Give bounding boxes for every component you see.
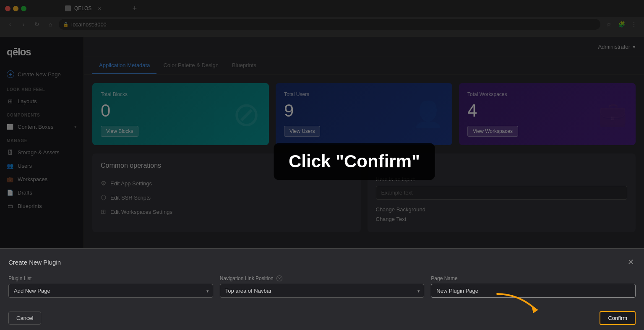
svg-marker-0 bbox=[532, 306, 538, 313]
nav-link-position-field: Navigation Link Position ? Top area of N… bbox=[220, 275, 425, 298]
nav-link-position-select[interactable]: Top area of Navbar bbox=[220, 284, 425, 298]
modal-close-button[interactable]: ✕ bbox=[626, 257, 636, 267]
modal-header: Create New Plugin ✕ bbox=[8, 257, 636, 267]
click-annotation: Click "Confirm" bbox=[274, 143, 435, 180]
plugin-list-select[interactable]: Add New Page bbox=[8, 284, 213, 298]
confirm-button[interactable]: Confirm bbox=[600, 311, 636, 325]
arrow-annotation bbox=[493, 290, 543, 317]
create-plugin-modal: Create New Plugin ✕ Plugin List Add New … bbox=[0, 248, 644, 330]
plugin-list-field: Plugin List Add New Page bbox=[8, 275, 213, 298]
page-name-label: Page Name bbox=[431, 275, 636, 281]
plugin-list-label: Plugin List bbox=[8, 275, 213, 281]
nav-link-position-label: Navigation Link Position ? bbox=[220, 275, 425, 281]
nav-link-help-icon[interactable]: ? bbox=[276, 275, 282, 281]
cancel-button[interactable]: Cancel bbox=[8, 312, 41, 325]
modal-title: Create New Plugin bbox=[8, 259, 61, 266]
